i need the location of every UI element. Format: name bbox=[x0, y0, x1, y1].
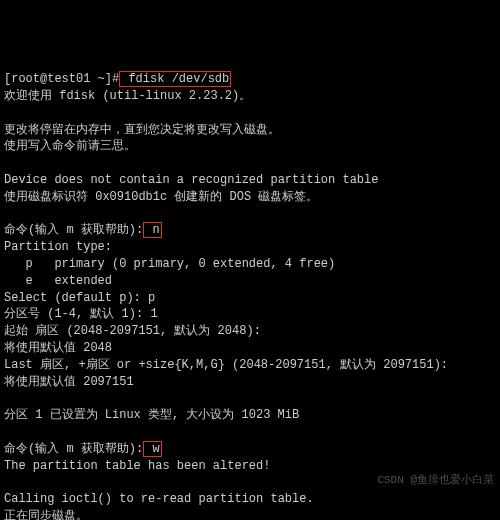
csdn-watermark: CSDN @鱼排也爱小白菜 bbox=[377, 473, 494, 488]
line: Device does not contain a recognized par… bbox=[4, 173, 378, 187]
line: 使用磁盘标识符 0x0910db1c 创建新的 DOS 磁盘标签。 bbox=[4, 190, 318, 204]
fdisk-prompt: 命令(输入 m 获取帮助): bbox=[4, 442, 143, 456]
fdisk-prompt: 命令(输入 m 获取帮助): bbox=[4, 223, 143, 237]
line: 分区号 (1-4, 默认 1): 1 bbox=[4, 307, 158, 321]
line: 将使用默认值 2048 bbox=[4, 341, 112, 355]
line: e extended bbox=[4, 274, 112, 288]
line: Last 扇区, +扇区 or +size{K,M,G} (2048-20971… bbox=[4, 358, 448, 372]
w-command: w bbox=[145, 442, 159, 456]
prompt: [root@test01 ~]# bbox=[4, 72, 119, 86]
line: The partition table has been altered! bbox=[4, 459, 270, 473]
line: 使用写入命令前请三思。 bbox=[4, 139, 136, 153]
line: 分区 1 已设置为 Linux 类型, 大小设为 1023 MiB bbox=[4, 408, 299, 422]
line: Select (default p): p bbox=[4, 291, 155, 305]
line: Calling ioctl() to re-read partition tab… bbox=[4, 492, 314, 506]
n-command-highlight: n bbox=[143, 222, 161, 238]
line: 起始 扇区 (2048-2097151, 默认为 2048): bbox=[4, 324, 261, 338]
fdisk-command-highlight: fdisk /dev/sdb bbox=[119, 71, 231, 87]
fdisk-command: fdisk /dev/sdb bbox=[121, 72, 229, 86]
line: 更改将停留在内存中，直到您决定将更改写入磁盘。 bbox=[4, 123, 280, 137]
terminal-output[interactable]: [root@test01 ~]# fdisk /dev/sdb 欢迎使用 fdi… bbox=[4, 71, 458, 520]
line: 欢迎使用 fdisk (util-linux 2.23.2)。 bbox=[4, 89, 251, 103]
line: p primary (0 primary, 0 extended, 4 free… bbox=[4, 257, 335, 271]
w-command-highlight: w bbox=[143, 441, 161, 457]
line: 将使用默认值 2097151 bbox=[4, 375, 134, 389]
line: 正在同步磁盘。 bbox=[4, 509, 88, 520]
line: Partition type: bbox=[4, 240, 112, 254]
n-command: n bbox=[145, 223, 159, 237]
